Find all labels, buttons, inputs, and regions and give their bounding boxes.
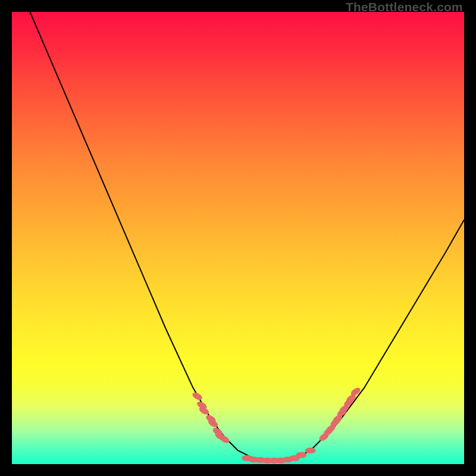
markers-bottom: [242, 447, 315, 464]
marker-point: [296, 452, 306, 458]
markers-right: [318, 386, 362, 443]
curve-line: [30, 12, 464, 461]
marker-point: [191, 391, 203, 402]
chart-plot: [12, 12, 464, 464]
markers-left: [191, 391, 230, 444]
marker-point: [305, 447, 316, 453]
